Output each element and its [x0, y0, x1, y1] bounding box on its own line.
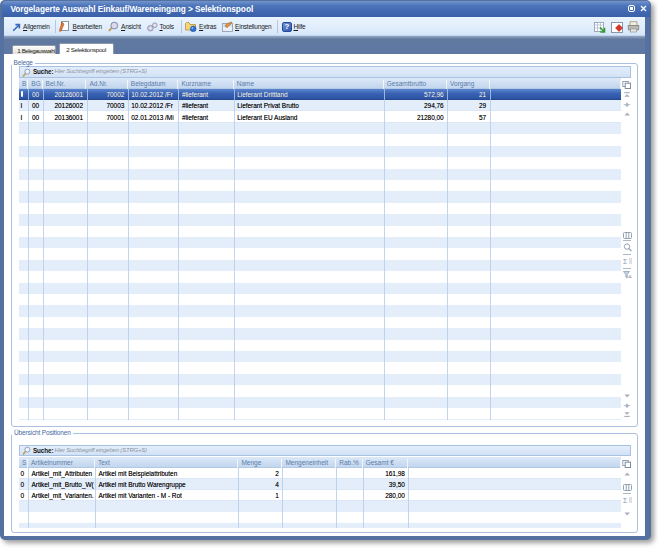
- svg-text:Σ: Σ: [623, 258, 628, 265]
- svg-text:Σ: Σ: [623, 497, 628, 504]
